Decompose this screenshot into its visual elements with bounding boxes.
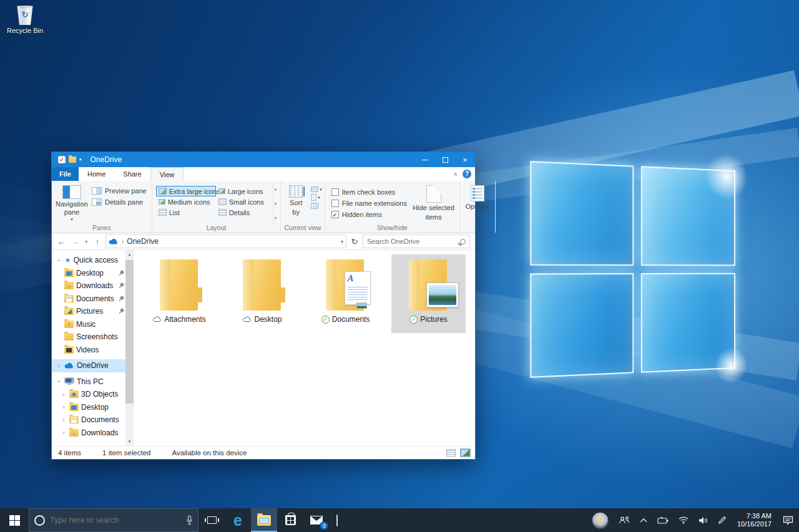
sidebar-item-pictures[interactable]: Pictures (52, 305, 125, 318)
hidden-items-checkbox[interactable]: ✓ Hidden items (331, 211, 407, 218)
tab-share[interactable]: Share (114, 167, 150, 181)
details-pane-button[interactable]: Details pane (92, 198, 147, 206)
pen-button[interactable] (713, 508, 730, 532)
layout-medium-icons[interactable]: Medium icons (156, 196, 216, 207)
sidebar-item-videos[interactable]: Videos (52, 344, 125, 357)
sort-by-button[interactable]: Sort by (283, 183, 308, 224)
up-icon[interactable]: ↑ (92, 237, 103, 246)
gallery-up-icon[interactable]: ▴ (275, 186, 277, 191)
item-check-boxes-checkbox[interactable]: Item check boxes (331, 188, 407, 196)
taskbar-clock[interactable]: 7:38 AM 10/16/2017 (732, 512, 777, 528)
hide-selected-items-button[interactable]: Hide selected items (411, 183, 457, 224)
expander-icon[interactable]: › (56, 379, 62, 385)
sidebar-item-onedrive[interactable]: › OneDrive (52, 359, 125, 372)
search-input[interactable] (367, 238, 458, 245)
wifi-button[interactable] (674, 508, 693, 532)
store-button[interactable] (277, 508, 303, 532)
minimize-button[interactable] (415, 152, 435, 167)
preview-pane-button[interactable]: Preview pane (92, 187, 147, 195)
layout-gallery-scroll[interactable]: ▴ ▾ ▾ (273, 183, 278, 224)
file-name-extensions-checkbox[interactable]: File name extensions (331, 200, 407, 207)
expander-icon[interactable]: › (56, 257, 62, 263)
hidden-icons-button[interactable] (635, 508, 652, 532)
refresh-icon[interactable]: ↻ (349, 237, 360, 246)
battery-button[interactable] (653, 508, 673, 532)
layout-list[interactable]: List (156, 207, 216, 218)
details-view-toggle-icon[interactable] (446, 449, 456, 457)
tab-view[interactable]: View (150, 167, 184, 181)
tab-file[interactable]: File (52, 167, 79, 181)
options-button[interactable]: Options ▾ (463, 183, 493, 224)
sidebar-item-label: OneDrive (77, 361, 109, 370)
layout-small-icons[interactable]: Small icons (216, 196, 271, 207)
scroll-up-icon[interactable]: ▴ (129, 250, 131, 259)
sidebar-item-downloads[interactable]: ↓ Downloads (52, 279, 125, 293)
sidebar-item-quick-access[interactable]: › ★ Quick access (52, 254, 125, 267)
scrollbar-thumb[interactable] (125, 260, 134, 404)
task-view-button[interactable] (199, 508, 225, 532)
sidebar-item-documents[interactable]: Documents (52, 293, 125, 306)
action-center-button[interactable] (778, 508, 798, 532)
add-columns-button[interactable]: ▾ (311, 194, 322, 201)
group-by-button[interactable]: ▾ (311, 186, 322, 192)
close-button[interactable]: × (455, 152, 475, 167)
new-folder-qat-icon[interactable] (69, 157, 76, 163)
layout-details[interactable]: Details (216, 207, 271, 218)
breadcrumb[interactable]: › OneDrive ▾ (105, 235, 346, 248)
mail-button[interactable]: 3 (303, 508, 330, 532)
start-button[interactable] (0, 508, 29, 532)
user-account-button[interactable] (587, 508, 613, 532)
collapse-ribbon-icon[interactable]: ∧ (453, 171, 458, 177)
sidebar-item-pc-downloads[interactable]: › ↓ Downloads (52, 427, 125, 440)
edge-button[interactable]: e (225, 508, 251, 532)
recent-locations-icon[interactable]: ▾ (83, 239, 89, 244)
taskbar-search-box[interactable] (29, 508, 199, 532)
search-icon[interactable] (460, 239, 466, 244)
navigation-pane-button[interactable]: Navigation pane ▾ (54, 183, 89, 224)
folder-tile-documents[interactable]: A ✓ Documents (308, 254, 383, 333)
monitor-app-button[interactable] (330, 508, 356, 532)
properties-qat-icon[interactable]: ✓ (58, 156, 66, 163)
file-explorer-button[interactable] (251, 508, 277, 532)
folder-tile-desktop[interactable]: Desktop (225, 254, 300, 333)
size-columns-button[interactable] (311, 203, 322, 209)
scrollbar-track[interactable] (125, 259, 134, 437)
tab-home[interactable]: Home (79, 167, 114, 181)
back-icon[interactable]: ← (56, 237, 67, 246)
sidebar-item-pc-documents[interactable]: › Documents (52, 414, 125, 427)
breadcrumb-location[interactable]: OneDrive (127, 237, 159, 246)
taskbar-search-input[interactable] (50, 516, 181, 525)
sidebar-item-pc-desktop[interactable]: › Desktop (52, 401, 125, 414)
cloud-status-icon (153, 316, 162, 322)
expander-icon[interactable]: › (61, 417, 67, 423)
forward-icon[interactable]: → (69, 237, 81, 246)
folder-tile-pictures[interactable]: ✓ Pictures (391, 254, 466, 333)
help-icon[interactable]: ? (463, 170, 471, 178)
folder-tile-attachments[interactable]: Attachments (142, 254, 217, 333)
expander-icon[interactable]: › (61, 391, 67, 398)
sidebar-item-music[interactable]: ♪ Music (52, 318, 125, 331)
thumbnail-view-toggle-icon[interactable] (461, 449, 470, 457)
sidebar-item-this-pc[interactable]: › This PC (52, 375, 125, 389)
layout-large-icons[interactable]: Large icons (216, 186, 271, 196)
customize-qat-dropdown-icon[interactable]: ▾ (79, 157, 82, 162)
microphone-icon[interactable] (186, 515, 193, 525)
scroll-down-icon[interactable]: ▾ (129, 437, 131, 446)
sidebar-item-screenshots[interactable]: Screenshots (52, 331, 125, 344)
expander-icon[interactable]: › (56, 362, 62, 369)
expander-icon[interactable]: › (61, 429, 67, 436)
sidebar-item-3d-objects[interactable]: › 3D Objects (52, 388, 125, 401)
maximize-button[interactable] (435, 152, 455, 167)
people-button[interactable] (614, 508, 634, 532)
address-dropdown-icon[interactable]: ▾ (341, 239, 343, 244)
volume-button[interactable] (694, 508, 712, 532)
search-box[interactable] (363, 235, 470, 248)
layout-extra-large-icons[interactable]: Extra large icons (156, 186, 216, 196)
recycle-bin-desktop-icon[interactable]: ↻ Recycle Bin (5, 4, 45, 34)
expander-icon[interactable]: › (61, 404, 67, 410)
title-bar[interactable]: ✓ ▾ OneDrive × (52, 152, 475, 167)
navigation-scrollbar[interactable]: ▴ ▾ (125, 250, 134, 446)
gallery-down-icon[interactable]: ▾ (275, 201, 277, 206)
sidebar-item-desktop[interactable]: Desktop (52, 267, 125, 280)
gallery-expand-icon[interactable]: ▾ (275, 216, 277, 221)
